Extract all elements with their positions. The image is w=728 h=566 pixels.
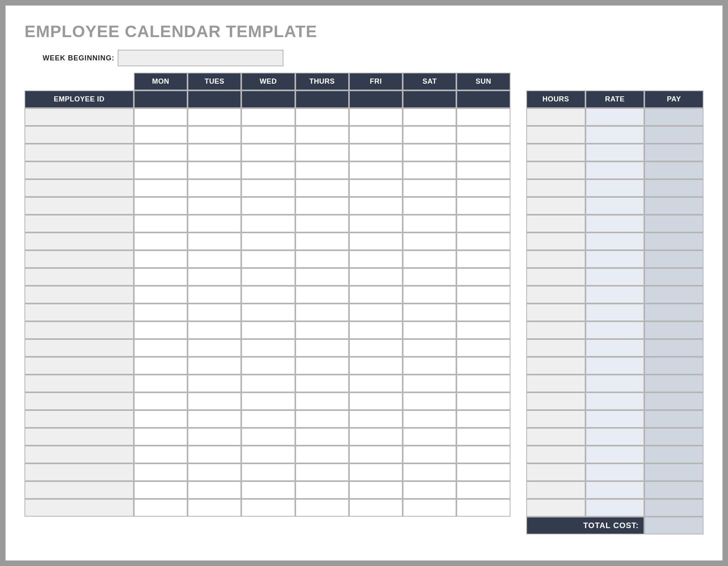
day-input[interactable] [350,482,402,498]
day-input[interactable] [188,446,240,463]
day-input[interactable] [188,287,240,303]
pay-input[interactable] [645,287,703,303]
day-input[interactable] [242,269,294,285]
pay-input[interactable] [645,322,703,338]
hours-input[interactable] [527,375,585,392]
day-input[interactable] [242,358,294,374]
day-input[interactable] [296,411,348,427]
day-input[interactable] [403,464,456,480]
day-input[interactable] [403,429,456,445]
day-input[interactable] [135,446,187,463]
day-input[interactable] [350,446,402,463]
day-input[interactable] [403,144,456,161]
day-input[interactable] [135,269,187,285]
pay-input[interactable] [645,269,703,285]
day-input[interactable] [296,287,348,303]
day-input[interactable] [242,304,294,320]
day-input[interactable] [188,216,240,232]
day-input[interactable] [188,340,240,356]
day-input[interactable] [350,393,402,409]
day-input[interactable] [350,464,402,480]
employee-id-input[interactable] [25,358,133,374]
day-input[interactable] [296,500,348,516]
pay-input[interactable] [645,500,703,516]
pay-input[interactable] [645,251,703,267]
employee-id-input[interactable] [25,233,133,249]
day-input[interactable] [188,429,240,445]
hours-input[interactable] [527,482,585,498]
day-input[interactable] [350,127,402,143]
day-input[interactable] [242,429,294,445]
pay-input[interactable] [645,446,703,463]
day-input[interactable] [296,358,348,374]
day-input[interactable] [403,358,456,374]
pay-input[interactable] [645,216,703,232]
day-input[interactable] [296,233,348,249]
day-input[interactable] [188,304,240,320]
day-input[interactable] [457,180,509,196]
employee-id-input[interactable] [25,393,133,409]
day-input[interactable] [457,358,509,374]
day-input[interactable] [135,375,187,392]
hours-input[interactable] [527,251,585,267]
employee-id-input[interactable] [25,198,133,214]
day-input[interactable] [457,109,509,125]
day-input[interactable] [296,127,348,143]
day-input[interactable] [350,180,402,196]
day-input[interactable] [135,411,187,427]
day-input[interactable] [135,198,187,214]
day-input[interactable] [403,216,456,232]
day-input[interactable] [350,162,402,178]
day-input[interactable] [457,322,509,338]
rate-input[interactable] [586,429,644,445]
day-input[interactable] [135,251,187,267]
employee-id-input[interactable] [25,464,133,480]
hours-input[interactable] [527,304,585,320]
hours-input[interactable] [527,464,585,480]
pay-input[interactable] [645,144,703,161]
day-input[interactable] [350,322,402,338]
day-input[interactable] [350,109,402,125]
day-input[interactable] [135,322,187,338]
day-input[interactable] [457,216,509,232]
hours-input[interactable] [527,322,585,338]
rate-input[interactable] [586,446,644,463]
total-cost-input[interactable] [645,517,703,534]
day-input[interactable] [457,287,509,303]
day-input[interactable] [188,411,240,427]
day-input[interactable] [188,162,240,178]
day-input[interactable] [403,287,456,303]
day-input[interactable] [188,375,240,392]
day-input[interactable] [457,127,509,143]
day-input[interactable] [188,127,240,143]
day-input[interactable] [296,375,348,392]
employee-id-input[interactable] [25,411,133,427]
day-input[interactable] [135,127,187,143]
pay-input[interactable] [645,375,703,392]
employee-id-input[interactable] [25,127,133,143]
employee-id-input[interactable] [25,216,133,232]
day-input[interactable] [135,304,187,320]
hours-input[interactable] [527,269,585,285]
day-input[interactable] [188,233,240,249]
day-input[interactable] [350,144,402,161]
pay-input[interactable] [645,180,703,196]
pay-input[interactable] [645,340,703,356]
hours-input[interactable] [527,233,585,249]
day-input[interactable] [242,162,294,178]
hours-input[interactable] [527,500,585,516]
rate-input[interactable] [586,482,644,498]
day-input[interactable] [296,109,348,125]
day-input[interactable] [457,411,509,427]
day-input[interactable] [242,411,294,427]
employee-id-input[interactable] [25,144,133,161]
rate-input[interactable] [586,109,644,125]
day-input[interactable] [242,464,294,480]
day-input[interactable] [296,144,348,161]
rate-input[interactable] [586,411,644,427]
day-input[interactable] [188,180,240,196]
hours-input[interactable] [527,144,585,161]
day-input[interactable] [135,162,187,178]
employee-id-input[interactable] [25,500,133,516]
day-input[interactable] [135,180,187,196]
